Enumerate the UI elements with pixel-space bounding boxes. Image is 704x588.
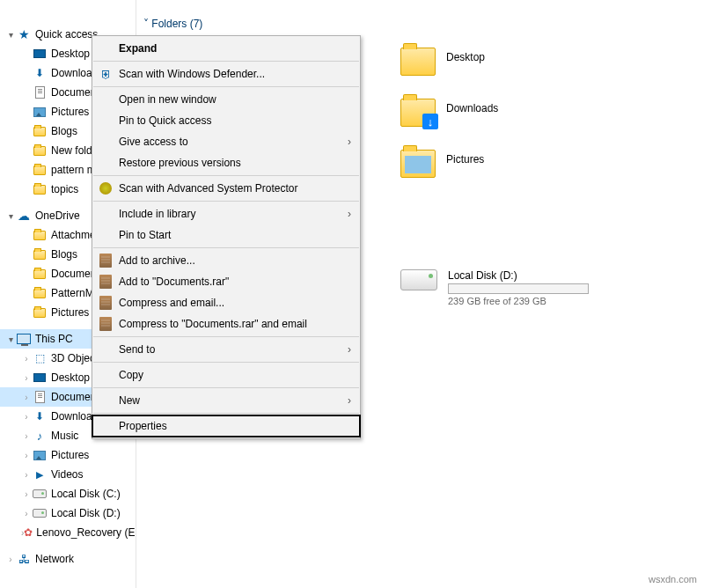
document-icon <box>35 86 45 99</box>
archive-icon <box>98 253 114 268</box>
context-menu: Expand ⛨Scan with Windows Defender... Op… <box>92 35 361 439</box>
chevron-right-icon <box>21 412 32 422</box>
video-icon: ▶ <box>32 467 48 482</box>
ctx-add-archive[interactable]: Add to archive... <box>92 250 360 271</box>
recovery-icon: ✿ <box>24 525 33 540</box>
network-header[interactable]: 🖧 Network <box>0 549 136 569</box>
folder-download-icon <box>400 99 436 127</box>
drive-free-text: 239 GB free of 239 GB <box>448 296 589 306</box>
chevron-right-icon <box>21 431 32 441</box>
pictures-icon <box>33 107 46 117</box>
chevron-down-icon <box>5 30 16 40</box>
folder-desktop[interactable]: Desktop <box>400 48 485 76</box>
folder-icon <box>400 48 436 76</box>
ctx-new[interactable]: New› <box>92 390 360 411</box>
separator <box>93 247 359 248</box>
folder-icon <box>33 250 46 260</box>
cloud-icon: ☁ <box>16 208 32 224</box>
download-icon: ⬇ <box>32 408 48 424</box>
chevron-right-icon <box>21 373 32 383</box>
ctx-add-rar[interactable]: Add to "Documents.rar" <box>92 271 360 292</box>
ctx-restore[interactable]: Restore previous versions <box>92 152 360 173</box>
cube-icon: ⬚ <box>32 350 48 366</box>
separator <box>93 387 359 388</box>
pictures-icon <box>33 451 46 460</box>
ctx-open-new[interactable]: Open in new window <box>92 89 360 110</box>
music-icon: ♪ <box>32 428 48 444</box>
quick-access-label: Quick access <box>35 28 98 40</box>
star-icon: ★ <box>16 26 32 42</box>
folder-icon <box>33 185 46 195</box>
folder-icon <box>33 165 46 175</box>
ctx-expand[interactable]: Expand <box>92 38 360 59</box>
chevron-right-icon: › <box>348 343 351 356</box>
folder-icon <box>33 231 46 240</box>
drive-d[interactable]: Local Disk (D:) 239 GB free of 239 GB <box>400 269 589 306</box>
watermark: wsxdn.com <box>649 574 697 584</box>
chevron-right-icon <box>21 509 32 518</box>
separator <box>93 362 359 363</box>
folder-pictures-icon <box>400 150 436 178</box>
network-icon: 🖧 <box>16 551 32 567</box>
ctx-copy[interactable]: Copy <box>92 364 360 386</box>
ctx-pin-qa[interactable]: Pin to Quick access <box>92 110 360 131</box>
ctx-pin-start[interactable]: Pin to Start <box>92 224 360 246</box>
folder-icon <box>33 146 46 156</box>
chevron-right-icon: › <box>348 208 351 220</box>
ctx-give-access[interactable]: Give access to› <box>92 131 360 152</box>
chevron-right-icon <box>21 451 32 460</box>
folders-group-header[interactable]: Folders (7) <box>143 18 202 30</box>
ctx-defender[interactable]: ⛨Scan with Windows Defender... <box>92 63 360 85</box>
ctx-include-lib[interactable]: Include in library› <box>92 203 360 224</box>
asp-icon <box>98 180 114 196</box>
drive-label: Local Disk (D:) <box>448 269 589 282</box>
ctx-compress-rar-email[interactable]: Compress to "Documents.rar" and email <box>92 313 360 334</box>
archive-icon <box>98 316 114 332</box>
download-icon: ⬇ <box>32 65 48 81</box>
ctx-asp[interactable]: Scan with Advanced System Protector <box>92 178 360 199</box>
sidebar-item-pictures2[interactable]: Pictures <box>0 445 136 465</box>
chevron-right-icon <box>21 489 32 499</box>
separator <box>93 61 359 62</box>
separator <box>93 413 359 414</box>
sidebar-item-videos[interactable]: ▶Videos <box>0 465 136 484</box>
ctx-properties[interactable]: Properties <box>92 415 360 437</box>
sidebar-item-drive-d[interactable]: Local Disk (D:) <box>0 503 136 523</box>
folder-icon <box>33 269 46 279</box>
folder-icon <box>33 308 46 318</box>
chevron-right-icon: › <box>348 394 351 407</box>
drive-icon <box>400 269 437 290</box>
chevron-right-icon: › <box>348 136 351 148</box>
document-icon <box>35 391 45 403</box>
chevron-down-icon <box>5 334 16 344</box>
folder-pictures[interactable]: Pictures <box>400 150 484 178</box>
ctx-send-to[interactable]: Send to› <box>92 339 360 360</box>
sidebar-item-recovery[interactable]: ✿Lenovo_Recovery (E:) <box>0 523 136 542</box>
pc-icon <box>17 334 31 344</box>
chevron-right-icon <box>21 354 32 364</box>
drive-icon <box>33 509 47 518</box>
folder-downloads[interactable]: Downloads <box>400 99 498 127</box>
separator <box>93 86 359 87</box>
archive-icon <box>98 274 114 290</box>
chevron-right-icon <box>21 393 32 402</box>
sidebar-item-drive-c[interactable]: Local Disk (C:) <box>0 484 136 503</box>
separator <box>93 336 359 337</box>
desktop-icon <box>33 373 46 382</box>
folder-icon <box>33 289 46 298</box>
ctx-compress-email[interactable]: Compress and email... <box>92 292 360 313</box>
chevron-right-icon <box>5 555 16 564</box>
archive-icon <box>98 295 114 311</box>
drive-usage-bar <box>448 283 589 294</box>
separator <box>93 201 359 202</box>
folder-icon <box>33 127 46 136</box>
chevron-right-icon <box>21 470 32 480</box>
desktop-icon <box>33 49 46 58</box>
separator <box>93 175 359 176</box>
drive-icon <box>33 489 47 498</box>
chevron-down-icon <box>5 211 16 221</box>
shield-icon: ⛨ <box>98 66 114 82</box>
